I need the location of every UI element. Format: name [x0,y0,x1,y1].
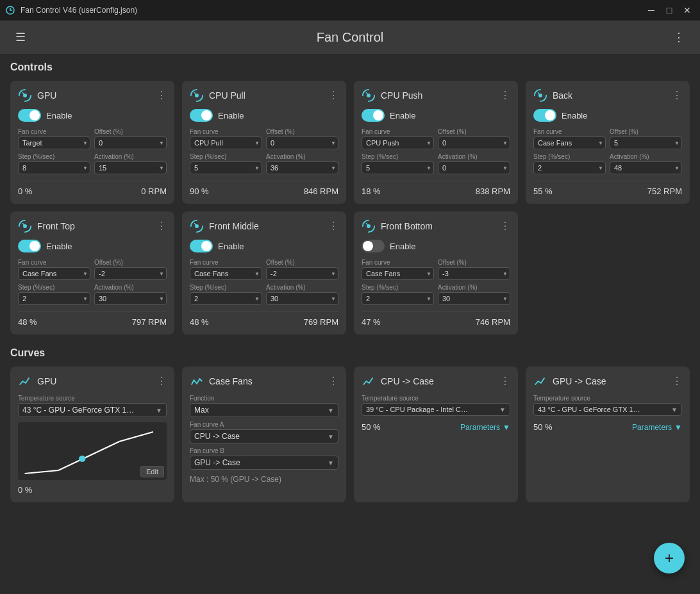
enable-toggle-front-top[interactable] [18,240,41,252]
enable-toggle-gpu[interactable] [18,109,41,122]
card-more-cpu-push[interactable]: ⋮ [500,90,510,101]
activation-select-front-bottom[interactable]: 30 [438,292,510,305]
offset-select-gpu[interactable]: 0 [94,136,167,149]
step-select-back[interactable]: 2 [533,161,606,174]
curve-title-gpu-case: GPU -> Case [553,376,606,386]
step-select-cpu-pull[interactable]: 5 [190,161,262,174]
curve-more-gpu-case[interactable]: ⋮ [672,376,682,386]
enable-label-gpu: Enable [46,111,72,120]
activation-select-front-middle[interactable]: 30 [266,292,338,305]
card-header-cpu-pull: CPU Pull ⋮ [190,88,338,103]
card-percent-back: 55 % [533,186,553,196]
fan-curve-select-cpu-pull[interactable]: CPU Pull [190,136,262,149]
fan-curve-select-front-top[interactable]: Case Fans [18,267,90,280]
enable-row-cpu-pull: Enable [190,109,338,122]
step-select-cpu-push[interactable]: 5 [362,161,434,174]
activation-select-back[interactable]: 48 [610,161,682,174]
temp-source-label-gpu-case: Temperature source [533,395,682,402]
enable-toggle-cpu-pull[interactable] [190,109,213,122]
activation-select-cpu-push[interactable]: 0 [438,161,510,174]
card-title-front-middle: Front Middle [209,221,259,231]
card-percent-front-top: 48 % [18,317,37,327]
step-select-wrapper-front-middle: 2 [190,292,262,305]
gauge-icon-cpu-push [362,88,376,103]
card-footer-gpu: 0 % 0 RPM [18,181,167,196]
fields-row-back-2: Step (%/sec) 2 Activation (%) 48 [533,153,682,174]
enable-toggle-cpu-push[interactable] [362,109,385,122]
offset-group-front-middle: Offset (%) -2 [266,259,338,280]
fan-curve-select-wrapper-cpu-pull: CPU Pull [190,136,262,149]
card-more-front-top[interactable]: ⋮ [156,221,167,231]
fan-curve-group-back: Fan curve Case Fans [533,128,606,149]
minimize-button[interactable]: ─ [644,3,659,18]
card-percent-gpu: 0 % [18,186,32,196]
parameters-button-gpu-case[interactable]: Parameters ▼ [632,423,682,432]
activation-select-gpu[interactable]: 15 [94,161,167,174]
step-select-front-middle[interactable]: 2 [190,292,262,305]
enable-toggle-front-bottom[interactable] [362,240,385,252]
card-header-back: Back ⋮ [533,88,682,103]
offset-select-cpu-push[interactable]: 0 [438,136,510,149]
activation-select-cpu-pull[interactable]: 36 [266,161,338,174]
curve-more-cpu-case[interactable]: ⋮ [500,376,510,386]
offset-group-back: Offset (%) 5 [610,128,682,149]
step-select-front-bottom[interactable]: 2 [362,292,434,305]
edit-curve-gpu-button[interactable]: Edit [140,466,164,477]
card-more-gpu[interactable]: ⋮ [156,90,167,101]
add-fab-button[interactable]: + [654,543,685,573]
offset-select-front-bottom[interactable]: -3 [438,267,510,280]
fan-curve-select-cpu-push[interactable]: CPU Push [362,136,434,149]
fan-curve-select-back[interactable]: Case Fans [533,136,606,149]
offset-label-back: Offset (%) [610,128,682,135]
fields-row-gpu-1: Fan curve Target Offset (%) 0 [18,128,167,149]
fan-curve-label-gpu: Fan curve [18,128,90,135]
curve-more-case-fans[interactable]: ⋮ [328,376,338,386]
fan-curve-select-front-middle[interactable]: Case Fans [190,267,262,280]
offset-select-front-middle[interactable]: -2 [266,267,338,280]
enable-label-front-bottom: Enable [390,242,415,251]
step-select-front-top[interactable]: 2 [18,292,90,305]
enable-label-cpu-push: Enable [390,111,415,120]
card-title-front-bottom: Front Bottom [381,221,433,231]
close-button[interactable]: ✕ [679,3,695,18]
activation-select-wrapper-front-middle: 30 [266,292,338,305]
curve-card-header-cpu-case: CPU -> Case ⋮ [362,374,510,388]
offset-select-wrapper-back: 5 [610,136,682,149]
fan-curve-select-front-bottom[interactable]: Case Fans [362,267,434,280]
fields-row-cpu-push-1: Fan curve CPU Push Offset (%) 0 [362,128,510,149]
line-chart-icon-gpu-case [533,374,547,388]
activation-select-wrapper-back: 48 [610,161,682,174]
step-select-gpu[interactable]: 8 [18,161,90,174]
card-more-cpu-pull[interactable]: ⋮ [328,90,338,101]
offset-select-front-top[interactable]: -2 [94,267,167,280]
parameters-button-cpu-case[interactable]: Parameters ▼ [460,423,510,432]
params-row-cpu-case: 50 % Parameters ▼ [362,422,510,432]
hamburger-menu-button[interactable]: ☰ [10,28,31,47]
offset-select-back[interactable]: 5 [610,136,682,149]
header-more-button[interactable]: ⋮ [668,28,690,47]
card-more-front-bottom[interactable]: ⋮ [500,221,510,231]
fan-curve-select-wrapper-front-middle: Case Fans [190,267,262,280]
line-chart-icon-gpu [18,374,32,388]
card-more-front-middle[interactable]: ⋮ [328,221,338,231]
offset-select-cpu-pull[interactable]: 0 [266,136,338,149]
maximize-button[interactable]: □ [662,3,677,18]
fields-row-front-bottom-2: Step (%/sec) 2 Activation (%) 30 [362,284,510,305]
fan-curve-label-back: Fan curve [533,128,606,135]
offset-label-cpu-pull: Offset (%) [266,128,338,135]
activation-select-wrapper-front-top: 30 [94,292,167,305]
fields-row-front-middle-1: Fan curve Case Fans Offset (%) -2 [190,259,338,280]
enable-toggle-front-middle[interactable] [190,240,213,252]
curve-card-case-fans: Case Fans ⋮ Function Max ▼ Fan curve A C… [182,367,346,502]
curve-more-gpu[interactable]: ⋮ [156,376,167,386]
fan-curve-select-gpu[interactable]: Target [18,136,90,149]
activation-select-front-top[interactable]: 30 [94,292,167,305]
step-label-cpu-pull: Step (%/sec) [190,153,262,160]
enable-toggle-back[interactable] [533,109,556,122]
offset-group-cpu-pull: Offset (%) 0 [266,128,338,149]
step-label-front-top: Step (%/sec) [18,284,90,291]
card-footer-back: 55 % 752 RPM [533,181,682,196]
card-more-back[interactable]: ⋮ [672,90,682,101]
enable-row-cpu-push: Enable [362,109,510,122]
temp-source-value-gpu-case: 43 °C - GPU - GeForce GTX 1060 6GE ▼ [533,403,682,416]
